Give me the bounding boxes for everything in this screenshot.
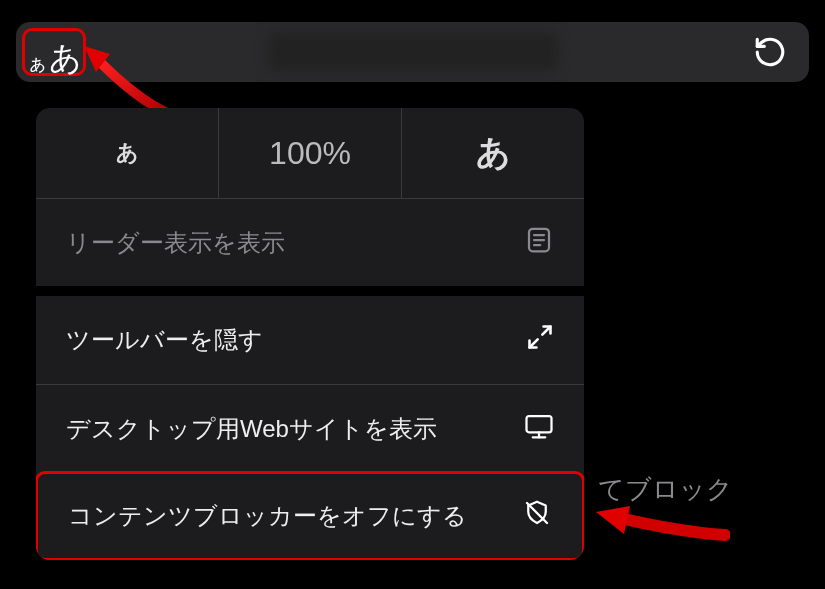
zoom-percent-label: 100% [269, 135, 351, 172]
page-settings-menu: あ 100% あ リーダー表示を表示 ツールバーを隠す [36, 108, 584, 560]
zoom-in-label: あ [476, 130, 511, 176]
zoom-percent-button[interactable]: 100% [219, 108, 402, 198]
desktop-site-label: デスクトップ用Webサイトを表示 [66, 413, 524, 445]
zoom-out-button[interactable]: あ [36, 108, 219, 198]
shield-off-icon [522, 498, 552, 534]
zoom-out-label: あ [116, 138, 139, 168]
url-bar: ぁ あ [16, 22, 809, 82]
aa-small-label: ぁ [27, 49, 47, 76]
svg-line-10 [527, 503, 547, 523]
reload-button[interactable] [753, 35, 787, 69]
menu-item-reader[interactable]: リーダー表示を表示 [36, 198, 584, 286]
expand-icon [526, 323, 554, 357]
svg-rect-7 [527, 416, 552, 432]
menu-item-hide-toolbar[interactable]: ツールバーを隠す [36, 296, 584, 384]
desktop-icon [524, 411, 554, 447]
hide-toolbar-label: ツールバーを隠す [66, 324, 526, 356]
content-blocker-off-label: コンテンツブロッカーをオフにする [68, 500, 522, 532]
menu-item-desktop-site[interactable]: デスクトップ用Webサイトを表示 [36, 384, 584, 472]
menu-item-content-blocker-off[interactable]: コンテンツブロッカーをオフにする [36, 471, 584, 560]
page-settings-button[interactable]: ぁ あ [22, 28, 86, 76]
svg-marker-11 [596, 506, 630, 534]
reader-icon [524, 225, 554, 261]
reader-label: リーダー表示を表示 [66, 227, 524, 259]
zoom-row: あ 100% あ [36, 108, 584, 198]
reload-icon [753, 35, 787, 69]
aa-large-label: あ [49, 37, 82, 81]
background-block-text: てブロック [598, 472, 733, 507]
zoom-in-button[interactable]: あ [402, 108, 584, 198]
url-text-blurred [268, 33, 558, 71]
